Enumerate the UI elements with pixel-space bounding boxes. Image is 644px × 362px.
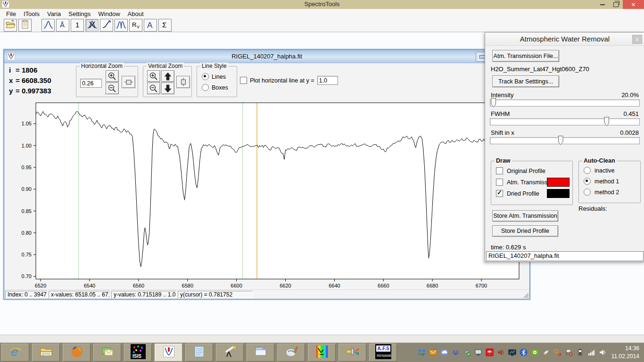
draw-group-title: Draw (495, 157, 512, 164)
sigma-button[interactable]: Σ (158, 19, 172, 32)
readout-i: i= 1806 (9, 66, 51, 76)
menu-item-itools[interactable]: ITools (20, 9, 43, 18)
tray-signal-icon[interactable] (587, 348, 595, 356)
menu-item-varia[interactable]: Varia (43, 9, 65, 18)
taskbar-app-paint[interactable] (277, 344, 305, 362)
tray-monitor-icon[interactable] (474, 348, 482, 356)
fwhm-slider[interactable] (490, 118, 640, 125)
track-bar-settings-button[interactable]: Track Bar Setttings... (492, 75, 559, 87)
vzoom-in-button[interactable] (147, 70, 160, 82)
paint-icon (284, 345, 298, 361)
auto-clean-option-method-1[interactable]: method 1 (584, 178, 619, 185)
taskbar-app-spectrotools[interactable] (155, 344, 182, 362)
awr-close-button[interactable]: x (632, 35, 642, 44)
taskbar-app-rainbow-app[interactable] (308, 344, 336, 362)
open-file-button[interactable] (4, 19, 17, 32)
minimize-button[interactable] (595, 0, 609, 9)
tray-avira-icon[interactable]: ☂ (486, 348, 494, 356)
close-icon: x (636, 36, 639, 42)
tray-bird-icon[interactable] (542, 348, 550, 356)
shift-in-x-slider-thumb[interactable] (558, 136, 563, 145)
draw-option-dried-profile[interactable]: Dried Profile (496, 190, 539, 197)
angstrom-icon: Å (58, 19, 68, 32)
tray-volume-red-icon[interactable] (497, 348, 505, 356)
hzoom-fit-button[interactable] (122, 76, 135, 88)
angstrom-button[interactable]: Å (56, 19, 69, 32)
vzoom-out-button[interactable] (147, 82, 160, 94)
spectrum-plot[interactable]: 6520654065606580660066206640666066806700… (4, 99, 529, 289)
menu-item-about[interactable]: About (124, 9, 148, 18)
menu-item-settings[interactable]: Settings (65, 9, 94, 18)
water-removal-icon (87, 19, 97, 32)
store-atm-transmission-button[interactable]: Store Atm. Transmission (492, 210, 558, 222)
taskbar-app-internet-explorer[interactable]: e (1, 344, 29, 362)
taskbar-app-isis[interactable]: ISIS (124, 344, 152, 362)
window-bottom-strip (0, 335, 644, 343)
fwhm-label: FWHM (491, 110, 510, 117)
tray-paw-icon[interactable] (452, 348, 460, 356)
status-panel-2: y-values: 0.715189 .. 1.08021 (111, 291, 176, 298)
tray-dropbox-icon[interactable] (418, 348, 426, 356)
radial-velocity-button[interactable]: RV (129, 19, 142, 32)
tray-volume-icon[interactable] (599, 348, 607, 356)
line-style-option-boxes[interactable]: Boxes (202, 84, 228, 91)
horizontal-zoom-input[interactable] (80, 79, 102, 88)
tray-display-icon[interactable] (508, 348, 516, 356)
water-removal-button[interactable] (85, 19, 99, 32)
taskbar-app-notepad[interactable] (185, 344, 213, 362)
svg-text:1: 1 (75, 21, 79, 29)
one-button[interactable]: 1 (71, 19, 84, 32)
tray-cloud-icon[interactable] (440, 348, 448, 356)
tray-mail-tray-icon[interactable] (429, 348, 437, 356)
taskbar-app-mail[interactable] (93, 344, 121, 362)
auto-clean-option-inactive[interactable]: inactive (584, 167, 614, 174)
radio-icon (202, 84, 209, 91)
taskbar-app-telescope[interactable] (216, 344, 244, 362)
close-button[interactable]: ✕ (623, 0, 644, 9)
resize-grip[interactable] (522, 292, 529, 298)
spectrum-window-titlebar[interactable]: RIGEL_140207_halpha.fit (4, 50, 529, 63)
double-peak-button[interactable] (115, 19, 128, 32)
atm-transmission-file-button[interactable]: Atm. Transmission File... (492, 50, 559, 62)
vzoom-fit-button[interactable] (176, 76, 190, 88)
window-app-icon (254, 345, 268, 361)
taskbar-app-af5-rename[interactable]: A.F.5RENAME (369, 344, 397, 362)
shift-in-x-slider[interactable] (490, 137, 640, 144)
taskbar-app-file-explorer[interactable] (32, 344, 60, 362)
intensity-slider[interactable] (490, 99, 640, 107)
hline-value-input[interactable] (317, 76, 338, 85)
restore-button[interactable] (609, 0, 623, 9)
tray-battery-icon[interactable] (576, 348, 584, 356)
intensity-slider-thumb[interactable] (491, 98, 496, 107)
tray-usb-device-icon[interactable] (463, 348, 471, 356)
line-style-option-lines[interactable]: Lines (202, 73, 226, 80)
taskbar-app-prism-app[interactable] (339, 344, 366, 362)
auto-clean-option-method-2[interactable]: method 2 (584, 189, 619, 196)
taskbar-app-window-app[interactable] (247, 344, 274, 362)
derivative-button[interactable] (100, 19, 113, 32)
shift-down-button[interactable] (161, 82, 174, 94)
notes-button[interactable] (18, 19, 32, 32)
tray-nvidia-icon[interactable] (531, 348, 539, 356)
menu-item-file[interactable]: File (2, 9, 20, 18)
hzoom-out-button[interactable] (106, 82, 119, 94)
tray-bluetooth-icon[interactable] (520, 348, 528, 356)
taskbar-clock[interactable]: 14:36 11.02.2014 (611, 345, 639, 361)
awr-file-field[interactable]: RIGEL_140207_halpha.fit (486, 251, 644, 261)
tray-action-flag-icon[interactable] (565, 348, 573, 356)
tray-key-icon[interactable]: ! (553, 348, 561, 356)
auto-clean-group-title: Auto-Clean (582, 157, 617, 164)
checkbox-label: Original Profile (507, 168, 545, 174)
svg-text:6700: 6700 (476, 283, 487, 288)
draw-option-atm-transmission[interactable]: Atm. Transmission (496, 179, 555, 186)
menu-item-window[interactable]: Window (94, 9, 124, 18)
a-letter-button[interactable]: A (144, 19, 157, 32)
hzoom-in-button[interactable] (106, 70, 119, 82)
draw-option-original-profile[interactable]: Original Profile (496, 167, 545, 174)
hline-checkbox[interactable] (240, 77, 247, 84)
peak-button[interactable] (41, 19, 55, 32)
store-dried-profile-button[interactable]: Store Dried Profile (492, 225, 558, 237)
fwhm-slider-thumb[interactable] (604, 117, 609, 126)
shift-up-button[interactable] (161, 70, 174, 82)
taskbar-app-firefox[interactable] (63, 344, 91, 362)
